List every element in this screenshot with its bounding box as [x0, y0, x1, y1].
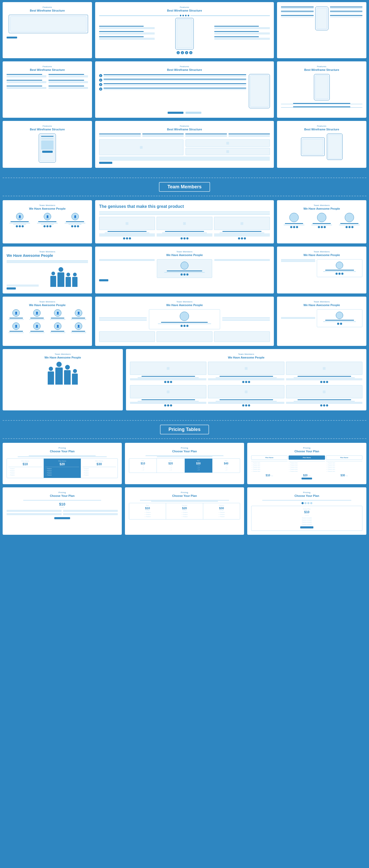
team-card-6: Team Members We Have Awesome People — [277, 247, 366, 293]
team-member-detailed — [130, 385, 206, 406]
team-member-bio — [214, 217, 270, 240]
pricing-card-1: Pricing Choose Your Plan Plan Name $10 —… — [3, 443, 122, 484]
team-member — [27, 309, 47, 320]
features-row-3: Features Best Wireframe Structure Featur… — [3, 121, 366, 168]
feature-card-7: Features Best Wireframe Structure — [3, 121, 92, 168]
team-member — [7, 213, 33, 227]
team-member-card — [99, 259, 155, 278]
team-member-card-featured — [157, 259, 212, 278]
pricing-card-4: Pricing Choose Your Plan $10 /month — [3, 487, 122, 535]
team-member — [309, 213, 335, 228]
team-member — [336, 213, 362, 228]
pricing-row-2: Pricing Choose Your Plan $10 /month — [3, 487, 366, 535]
team-card-7: Team Members We Have Awesome People — [3, 297, 92, 346]
pricing-card-6: Pricing Choose Your Plan Deep Plan $10 /… — [247, 487, 366, 535]
team-member — [34, 213, 60, 227]
team-member — [69, 322, 88, 334]
card-title: Best Wireframe Structure — [7, 9, 88, 12]
card-title: Best Wireframe Structure — [99, 9, 270, 12]
team-member — [48, 309, 67, 320]
features-row-2: Features Best Wireframe Structure — [3, 61, 366, 118]
feature-card-4: Features Best Wireframe Structure — [3, 61, 92, 118]
team-member — [62, 213, 88, 227]
team-member-card — [214, 259, 270, 278]
team-card-10: Team Members We Have Awesome People — [3, 349, 123, 410]
card-label: Features — [7, 6, 88, 8]
team-member — [69, 309, 88, 320]
pricing-row-1: Pricing Choose Your Plan Plan Name $10 —… — [3, 443, 366, 484]
team-row-4: Team Members We Have Awesome People — [3, 349, 366, 410]
card-label: Features — [99, 6, 270, 8]
team-card-11: Team Members We Have Awesome People — [126, 349, 366, 410]
featured-member-card-2 — [317, 309, 362, 327]
team-card-9: Team Members We Have Awesome People — [277, 297, 366, 346]
team-row-2: Team Members We Have Awesome People — [3, 247, 366, 293]
feature-card-9: Features Best Wireframe Structure — [277, 121, 366, 168]
team-row-1: Team Members We Have Awesome People — [3, 200, 366, 243]
features-row-1: Features Best Wireframe Structure — [3, 2, 366, 58]
team-card-4: Team Members We Have Awesome People — [3, 247, 92, 293]
feature-card-1: Features Best Wireframe Structure — [3, 2, 92, 58]
featured-member-card — [149, 309, 220, 329]
team-card-5: Team Members We Have Awesome People — [95, 247, 274, 293]
team-member-bio — [157, 217, 212, 240]
team-members-separator: Team Members — [3, 171, 366, 200]
feature-card-8: Features Best Wireframe Structure — [95, 121, 274, 168]
team-member — [27, 322, 47, 334]
team-member-detailed — [208, 362, 284, 383]
feature-card-5: Features Best Wireframe Structure 1 2 — [95, 61, 274, 118]
team-row-3: Team Members We Have Awesome People — [3, 297, 366, 346]
pricing-card-5: Pricing Choose Your Plan Basic $10 /mont… — [125, 487, 244, 535]
team-member-bio — [99, 217, 155, 240]
team-members-badge: Team Members — [159, 182, 210, 192]
feature-card-2: Features Best Wireframe Structure — [95, 2, 274, 58]
main-container: Features Best Wireframe Structure — [0, 0, 369, 548]
team-card-2: The geniuses that make this great produc… — [95, 200, 274, 243]
team-card-8: Team Members We Have Awesome People — [95, 297, 274, 346]
featured-member-card — [317, 259, 362, 277]
feature-card-3 — [277, 2, 366, 58]
pricing-card-3: Pricing Choose Your Plan Plan Name Plan … — [247, 443, 366, 484]
team-member — [7, 309, 26, 320]
team-card-1: Team Members We Have Awesome People — [3, 200, 92, 243]
team-member — [48, 322, 67, 334]
team-member — [7, 322, 26, 334]
team-member-detailed — [130, 362, 206, 383]
pricing-badge: Pricing Tables — [160, 425, 209, 434]
team-member-detailed — [286, 362, 362, 383]
team-card-3: Team Members We Have Awesome People — [277, 200, 366, 243]
team-member — [281, 213, 307, 228]
pricing-card-2: Pricing Choose Your Plan Plan $10 — F — … — [125, 443, 244, 484]
team-member-detailed — [208, 385, 284, 406]
pricing-separator: Pricing Tables — [3, 413, 366, 443]
feature-card-6: Features Best Wireframe Structure — [277, 61, 366, 118]
team-member-detailed — [286, 385, 362, 406]
